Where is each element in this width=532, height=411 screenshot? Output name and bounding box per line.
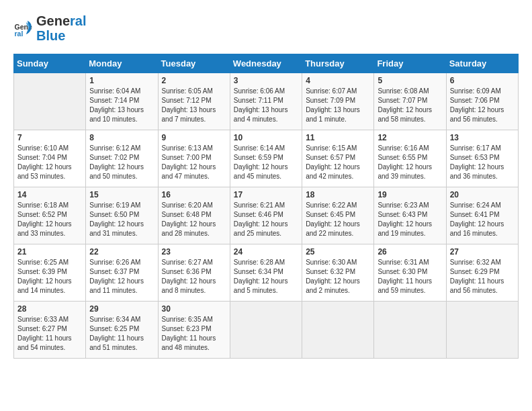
- calendar-cell: 24 Sunrise: 6:28 AM Sunset: 6:34 PM Dayl…: [230, 244, 302, 302]
- day-number: 10: [234, 133, 298, 142]
- calendar-cell: 21 Sunrise: 6:25 AM Sunset: 6:39 PM Dayl…: [14, 244, 86, 302]
- daylight: Daylight: 12 hours and 50 minutes.: [89, 163, 144, 180]
- sunrise: Sunrise: 6:21 AM: [234, 201, 285, 209]
- calendar-cell: 22 Sunrise: 6:26 AM Sunset: 6:37 PM Dayl…: [86, 244, 158, 302]
- sunrise: Sunrise: 6:35 AM: [162, 316, 213, 323]
- sunrise: Sunrise: 6:18 AM: [17, 201, 69, 209]
- calendar-cell: 15 Sunrise: 6:19 AM Sunset: 6:50 PM Dayl…: [86, 187, 158, 244]
- cell-content: Sunrise: 6:05 AM Sunset: 7:12 PM Dayligh…: [162, 87, 226, 124]
- sunset: Sunset: 6:50 PM: [89, 211, 139, 218]
- sunrise: Sunrise: 6:26 AM: [89, 259, 140, 266]
- day-number: 7: [17, 133, 82, 142]
- calendar-cell: 2 Sunrise: 6:05 AM Sunset: 7:12 PM Dayli…: [158, 73, 230, 130]
- day-number: 30: [162, 304, 226, 314]
- cell-content: Sunrise: 6:26 AM Sunset: 6:37 PM Dayligh…: [89, 258, 154, 295]
- sunset: Sunset: 6:30 PM: [378, 268, 427, 275]
- calendar-cell: 26 Sunrise: 6:31 AM Sunset: 6:30 PM Dayl…: [374, 244, 446, 302]
- day-number: 16: [162, 190, 226, 199]
- sunset: Sunset: 6:45 PM: [306, 211, 355, 218]
- cell-content: Sunrise: 6:16 AM Sunset: 6:55 PM Dayligh…: [378, 144, 442, 181]
- cell-content: Sunrise: 6:30 AM Sunset: 6:32 PM Dayligh…: [306, 258, 370, 295]
- daylight: Daylight: 12 hours and 28 minutes.: [162, 220, 216, 237]
- calendar-cell: 4 Sunrise: 6:07 AM Sunset: 7:09 PM Dayli…: [302, 73, 374, 130]
- sunset: Sunset: 7:14 PM: [89, 97, 139, 104]
- cell-content: Sunrise: 6:12 AM Sunset: 7:02 PM Dayligh…: [89, 144, 154, 181]
- sunset: Sunset: 6:55 PM: [378, 154, 427, 161]
- daylight: Daylight: 12 hours and 31 minutes.: [89, 220, 144, 237]
- cell-content: Sunrise: 6:23 AM Sunset: 6:43 PM Dayligh…: [378, 201, 442, 238]
- sunset: Sunset: 7:04 PM: [17, 154, 67, 161]
- cell-content: Sunrise: 6:22 AM Sunset: 6:45 PM Dayligh…: [306, 201, 370, 238]
- weekday-header-wednesday: Wednesday: [230, 54, 302, 73]
- logo-blue: Blue: [36, 28, 87, 43]
- calendar-cell: 28 Sunrise: 6:33 AM Sunset: 6:27 PM Dayl…: [14, 302, 86, 359]
- sunrise: Sunrise: 6:12 AM: [89, 144, 140, 152]
- calendar-cell: 20 Sunrise: 6:24 AM Sunset: 6:41 PM Dayl…: [446, 187, 518, 244]
- sunset: Sunset: 6:27 PM: [17, 325, 67, 332]
- weekday-header-row: SundayMondayTuesdayWednesdayThursdayFrid…: [14, 54, 519, 73]
- calendar-cell: [446, 302, 518, 359]
- cell-content: Sunrise: 6:07 AM Sunset: 7:09 PM Dayligh…: [306, 87, 370, 124]
- sunset: Sunset: 7:00 PM: [162, 154, 212, 161]
- cell-content: Sunrise: 6:14 AM Sunset: 6:59 PM Dayligh…: [234, 144, 298, 181]
- sunrise: Sunrise: 6:14 AM: [234, 144, 285, 152]
- sunset: Sunset: 6:25 PM: [89, 325, 139, 332]
- sunset: Sunset: 6:48 PM: [162, 211, 212, 218]
- calendar-cell: 7 Sunrise: 6:10 AM Sunset: 7:04 PM Dayli…: [14, 130, 86, 187]
- calendar-cell: 11 Sunrise: 6:15 AM Sunset: 6:57 PM Dayl…: [302, 130, 374, 187]
- daylight: Daylight: 12 hours and 11 minutes.: [89, 277, 144, 294]
- day-number: 23: [162, 247, 226, 257]
- calendar-cell: 25 Sunrise: 6:30 AM Sunset: 6:32 PM Dayl…: [302, 244, 374, 302]
- daylight: Daylight: 13 hours and 4 minutes.: [234, 106, 288, 123]
- day-number: 13: [450, 133, 515, 142]
- daylight: Daylight: 13 hours and 7 minutes.: [162, 106, 216, 123]
- cell-content: Sunrise: 6:06 AM Sunset: 7:11 PM Dayligh…: [234, 87, 298, 124]
- cell-content: Sunrise: 6:34 AM Sunset: 6:25 PM Dayligh…: [89, 315, 154, 353]
- sunset: Sunset: 7:06 PM: [450, 97, 500, 104]
- week-row-2: 7 Sunrise: 6:10 AM Sunset: 7:04 PM Dayli…: [14, 130, 519, 187]
- daylight: Daylight: 12 hours and 14 minutes.: [17, 277, 72, 294]
- day-number: 14: [17, 190, 82, 199]
- day-number: 3: [234, 76, 298, 85]
- sunset: Sunset: 7:11 PM: [234, 97, 283, 104]
- weekday-header-sunday: Sunday: [14, 54, 86, 73]
- calendar-cell: 14 Sunrise: 6:18 AM Sunset: 6:52 PM Dayl…: [14, 187, 86, 244]
- logo-general: Gene: [36, 13, 70, 28]
- day-number: 5: [378, 76, 442, 85]
- calendar-cell: 29 Sunrise: 6:34 AM Sunset: 6:25 PM Dayl…: [86, 302, 158, 359]
- sunrise: Sunrise: 6:10 AM: [17, 144, 69, 152]
- sunset: Sunset: 7:02 PM: [89, 154, 139, 161]
- sunrise: Sunrise: 6:28 AM: [234, 259, 285, 266]
- calendar-cell: 1 Sunrise: 6:04 AM Sunset: 7:14 PM Dayli…: [86, 73, 158, 130]
- daylight: Daylight: 12 hours and 19 minutes.: [378, 220, 432, 237]
- sunset: Sunset: 6:23 PM: [162, 325, 212, 332]
- day-number: 20: [450, 190, 515, 199]
- cell-content: Sunrise: 6:21 AM Sunset: 6:46 PM Dayligh…: [234, 201, 298, 238]
- day-number: 22: [89, 247, 154, 257]
- sunrise: Sunrise: 6:08 AM: [378, 87, 429, 95]
- cell-content: Sunrise: 6:15 AM Sunset: 6:57 PM Dayligh…: [306, 144, 370, 181]
- cell-content: Sunrise: 6:19 AM Sunset: 6:50 PM Dayligh…: [89, 201, 154, 238]
- logo-ral: ral: [70, 13, 86, 28]
- calendar-cell: 5 Sunrise: 6:08 AM Sunset: 7:07 PM Dayli…: [374, 73, 446, 130]
- daylight: Daylight: 13 hours and 10 minutes.: [89, 106, 144, 123]
- daylight: Daylight: 12 hours and 56 minutes.: [450, 106, 504, 123]
- weekday-header-monday: Monday: [86, 54, 158, 73]
- sunrise: Sunrise: 6:06 AM: [234, 87, 285, 95]
- cell-content: Sunrise: 6:10 AM Sunset: 7:04 PM Dayligh…: [17, 144, 82, 181]
- sunrise: Sunrise: 6:33 AM: [17, 316, 69, 323]
- sunrise: Sunrise: 6:24 AM: [450, 201, 501, 209]
- day-number: 19: [378, 190, 442, 199]
- week-row-3: 14 Sunrise: 6:18 AM Sunset: 6:52 PM Dayl…: [14, 187, 519, 244]
- sunset: Sunset: 6:57 PM: [306, 154, 355, 161]
- sunset: Sunset: 6:52 PM: [17, 211, 67, 218]
- sunset: Sunset: 6:34 PM: [234, 268, 283, 275]
- calendar-cell: 12 Sunrise: 6:16 AM Sunset: 6:55 PM Dayl…: [374, 130, 446, 187]
- sunset: Sunset: 6:39 PM: [17, 268, 67, 275]
- cell-content: Sunrise: 6:18 AM Sunset: 6:52 PM Dayligh…: [17, 201, 82, 238]
- day-number: 29: [89, 304, 154, 314]
- calendar-cell: 16 Sunrise: 6:20 AM Sunset: 6:48 PM Dayl…: [158, 187, 230, 244]
- calendar-cell: 30 Sunrise: 6:35 AM Sunset: 6:23 PM Dayl…: [158, 302, 230, 359]
- cell-content: Sunrise: 6:32 AM Sunset: 6:29 PM Dayligh…: [450, 258, 515, 295]
- calendar-cell: 3 Sunrise: 6:06 AM Sunset: 7:11 PM Dayli…: [230, 73, 302, 130]
